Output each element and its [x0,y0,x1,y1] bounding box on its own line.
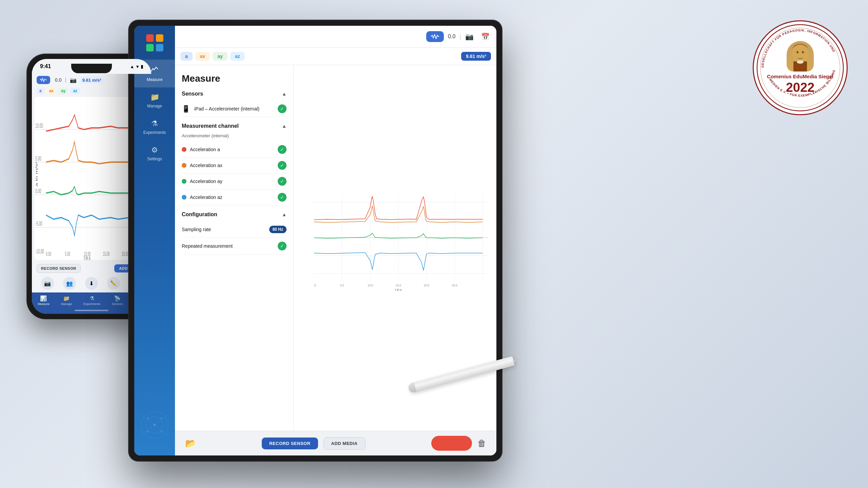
tablet-wave-button[interactable] [426,31,444,42]
phone-nav-measure[interactable]: 📊 Measure [38,295,50,306]
svg-text:5.0: 5.0 [340,284,344,287]
phone-camera-action-icon[interactable]: 📷 [41,277,54,290]
channel-check-a: ✓ [278,145,287,154]
svg-rect-18 [156,34,163,42]
tablet-tab-az[interactable]: az [230,52,245,61]
tablet-record-sensor-button[interactable]: RECORD SENSOR [262,438,318,449]
repeated-measurement-item: Repeated measurement ✓ [182,238,287,255]
channel-dot-az [182,195,186,200]
tablet-nav-experiments-label: Experiments [143,130,166,135]
phone-speed-badge: 9.61 m/s² [80,77,104,84]
phone-camera-icon: 📷 [70,77,77,83]
seal-year-text: 2022 [786,80,815,95]
tablet-manage-icon: 📁 [150,93,159,102]
phone-tab-az[interactable]: az [70,87,80,94]
svg-point-28 [147,431,149,432]
svg-text:0.0: 0.0 [314,284,316,287]
phone-tab-a[interactable]: a [37,87,44,94]
svg-text:20.00: 20.00 [122,251,129,257]
measurement-channel-title: Measurement channel [182,123,239,129]
svg-point-57 [792,43,809,63]
battery-icon: ▮ [141,64,143,69]
phone-tab-ay[interactable]: ay [58,87,68,94]
seal-circle: GESELLSCHAFT FÜR PÄDAGOGIK, INFORMATION … [753,20,848,115]
tablet-red-record-button[interactable] [431,436,472,451]
svg-point-25 [154,424,156,426]
svg-text:t in s: t in s [84,254,91,260]
tablet-nav-manage[interactable]: 📁 Manage [134,87,175,114]
channel-check-az: ✓ [278,193,287,202]
sensor-check-icon: ✓ [278,104,287,113]
phone-notch [71,64,112,73]
tablet-calendar-icon: 📅 [481,33,490,41]
sensors-nav-icon: 📡 [114,295,121,302]
tablet-body: Measure 📁 Manage ⚗ Experiments ⚙ Setting… [129,20,502,461]
channel-chevron-icon: ▲ [282,123,287,129]
phone-group-icon[interactable]: 👥 [63,277,76,290]
phone-wave-button[interactable] [37,76,50,84]
channel-check-ax: ✓ [278,161,287,170]
signal-icon: ▲ [130,64,134,69]
channel-subtitle-text: Accelerometer (internal) [182,133,229,138]
tablet-tab-a[interactable]: a [180,52,193,61]
measurement-channel-header: Measurement channel ▲ [182,123,287,129]
phone-download-icon[interactable]: ⬇ [85,277,98,290]
configuration-title: Configuration [182,211,217,218]
sensors-section-header: Sensors ▲ [182,91,287,97]
tablet-nav-manage-label: Manage [147,104,162,108]
channel-item-a: Acceleration a ✓ [182,142,287,158]
configuration-header: Configuration ▲ [182,211,287,218]
channel-label-az: Acceleration az [190,195,274,200]
svg-text:-5.00: -5.00 [35,220,42,227]
tablet-tab-ax[interactable]: ax [195,52,210,61]
phone-record-sensor-button[interactable]: RECORD SENSOR [37,264,81,273]
tablet-channel-tabs: a ax ay az 9.61 m/s² [175,48,496,65]
svg-text:10.00: 10.00 [35,122,43,129]
svg-text:15.0: 15.0 [396,284,401,287]
svg-text:5.00: 5.00 [65,251,70,257]
tablet-trash-icon[interactable]: 🗑 [477,438,486,449]
phone-time: 9:41 [40,63,51,69]
channel-check-ay: ✓ [278,177,287,186]
hz-badge: 80 Hz [269,226,287,233]
phone-edit-icon[interactable]: ✏️ [107,277,120,290]
channel-dot-ax [182,163,186,168]
tablet-tab-ay[interactable]: ay [213,52,228,61]
sensors-chevron-icon: ▲ [282,91,287,97]
tablet-speed-badge: 9.61 m/s² [461,52,491,61]
tablet-measure-panel: Measure Sensors ▲ 📱 iPad – Accelerometer… [175,65,294,431]
phone-nav-sensors[interactable]: 📡 Sensors [112,295,123,306]
phone-nav-experiments[interactable]: ⚗ Experiments [83,295,100,306]
svg-rect-19 [146,44,154,51]
measurement-channel-section: Measurement channel ▲ Accelerometer (int… [182,123,287,205]
phone-value: 0.0 [55,77,61,83]
svg-text:t in s: t in s [395,288,402,291]
svg-text:10.0: 10.0 [368,284,373,287]
sampling-rate-item: Sampling rate 80 Hz [182,222,287,238]
tablet-add-media-button[interactable]: ADD MEDIA [323,437,366,450]
experiments-nav-icon: ⚗ [90,295,94,302]
svg-text:-10.00: -10.00 [35,247,44,255]
tablet-nav-experiments[interactable]: ⚗ Experiments [134,114,175,140]
phone-nav-manage[interactable]: 📁 Manage [61,295,72,306]
phone-nav-sensors-label: Sensors [112,302,123,306]
sampling-rate-label: Sampling rate [182,227,211,232]
svg-text:a in m/s²: a in m/s² [35,162,38,187]
channel-item-az: Acceleration az ✓ [182,189,287,205]
seal-inner-content: Comenius EduMedia Siegel 2022 [760,34,840,102]
svg-rect-17 [146,34,154,42]
channel-label-a: Acceleration a [190,147,274,152]
phone-nav-measure-label: Measure [38,302,50,306]
phone-tab-ax[interactable]: ax [46,87,56,94]
tablet-camera-icon: 📷 [465,33,474,41]
svg-point-29 [161,431,162,432]
svg-text:0.00: 0.00 [35,187,41,195]
phone-status-icons: ▲ ▾ ▮ [130,64,143,69]
tablet-settings-icon: ⚙ [151,146,158,155]
tablet-folder-icon[interactable]: 📂 [185,438,196,449]
measure-nav-icon: 📊 [40,295,47,302]
svg-text:15.00: 15.00 [103,251,110,257]
tablet-nav-settings[interactable]: ⚙ Settings [134,140,175,167]
app-logo [144,33,165,53]
phone-nav-experiments-label: Experiments [83,302,100,306]
